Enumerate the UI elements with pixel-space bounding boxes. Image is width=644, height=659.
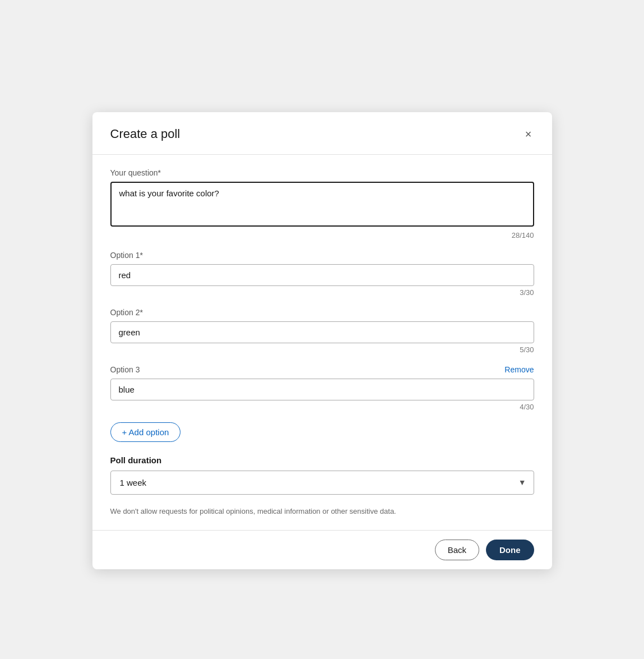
option-2-group: Option 2* 5/30 [110,308,534,354]
question-input[interactable]: what is your favorite color? [110,182,534,227]
modal-header: Create a poll × [92,112,552,154]
option-2-label: Option 2* [110,308,534,317]
option-1-label: Option 1* [110,251,534,260]
disclaimer-text: We don't allow requests for political op… [110,506,534,517]
add-option-button[interactable]: + Add option [110,422,181,442]
header-divider [92,154,552,155]
duration-select-wrapper: 1 day 3 days 1 week 2 weeks ▼ [110,471,534,495]
modal-body: Your question* what is your favorite col… [92,168,552,531]
option-1-input[interactable] [110,264,534,286]
option-1-group: Option 1* 3/30 [110,251,534,297]
option-3-label: Option 3 [110,365,140,374]
question-field-group: Your question* what is your favorite col… [110,168,534,239]
modal-footer: Back Done [92,530,552,569]
option-3-char-count: 4/30 [110,403,534,411]
modal-title: Create a poll [110,127,180,141]
create-poll-modal: Create a poll × Your question* what is y… [92,112,552,570]
close-button[interactable]: × [523,126,534,143]
question-char-count: 28/140 [110,231,534,239]
poll-duration-group: Poll duration 1 day 3 days 1 week 2 week… [110,455,534,495]
question-label: Your question* [110,168,534,177]
option-2-char-count: 5/30 [110,345,534,354]
remove-option-3-button[interactable]: Remove [504,365,534,374]
option-3-group: Option 3 Remove 4/30 [110,365,534,411]
option-3-label-row: Option 3 Remove [110,365,534,374]
option-3-input[interactable] [110,379,534,400]
done-button[interactable]: Done [486,540,534,560]
option-2-input[interactable] [110,321,534,343]
duration-select[interactable]: 1 day 3 days 1 week 2 weeks [110,471,534,495]
poll-duration-label: Poll duration [110,455,534,465]
option-1-char-count: 3/30 [110,288,534,297]
back-button[interactable]: Back [435,540,479,560]
